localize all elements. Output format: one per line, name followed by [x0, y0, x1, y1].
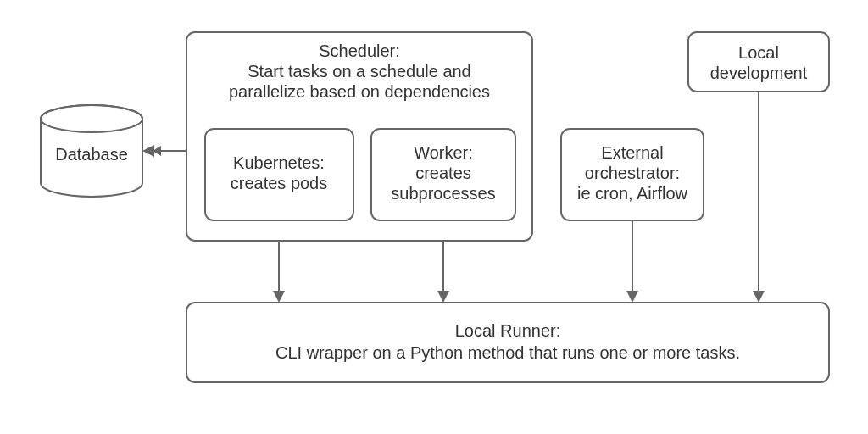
svg-marker-10: [142, 145, 154, 157]
external-line3: ie cron, Airflow: [577, 184, 688, 203]
kubernetes-node: Kubernetes: creates pods: [205, 129, 353, 220]
arrow-worker-to-localrunner: [437, 241, 449, 303]
arrow-kubernetes-to-localrunner: [273, 241, 285, 303]
arrow-localdev-to-localrunner: [753, 92, 765, 303]
scheduler-desc-2: parallelize based on dependencies: [229, 82, 490, 101]
worker-line3: subprocesses: [391, 184, 495, 203]
external-line2: orchestrator:: [585, 164, 680, 182]
localrunner-line2: CLI wrapper on a Python method that runs…: [275, 343, 740, 362]
localdev-line2: development: [710, 64, 808, 82]
scheduler-desc-1: Start tasks on a schedule and: [248, 62, 471, 81]
svg-marker-15: [437, 291, 449, 303]
worker-line1: Worker:: [414, 143, 473, 162]
external-orchestrator-node: External orchestrator: ie cron, Airflow: [561, 129, 704, 220]
svg-marker-17: [626, 291, 638, 303]
local-development-node: Local development: [688, 32, 829, 92]
scheduler-title: Scheduler:: [319, 42, 400, 60]
external-line1: External: [601, 143, 663, 162]
worker-line2: creates: [415, 164, 471, 182]
svg-marker-13: [273, 291, 285, 303]
arrow-scheduler-to-database: [142, 145, 186, 157]
svg-rect-7: [186, 303, 829, 382]
worker-node: Worker: creates subprocesses: [371, 129, 515, 220]
arrow-external-to-localrunner: [626, 220, 638, 303]
database-node: Database: [41, 105, 142, 197]
database-label: Database: [55, 145, 128, 164]
kubernetes-line1: Kubernetes:: [233, 153, 325, 172]
localrunner-line1: Local Runner:: [455, 321, 561, 340]
local-runner-node: Local Runner: CLI wrapper on a Python me…: [186, 303, 829, 382]
architecture-diagram: Database Scheduler: Start tasks on a sch…: [0, 0, 868, 434]
kubernetes-line2: creates pods: [231, 174, 328, 192]
localdev-line1: Local: [738, 43, 779, 62]
svg-marker-19: [753, 291, 765, 303]
